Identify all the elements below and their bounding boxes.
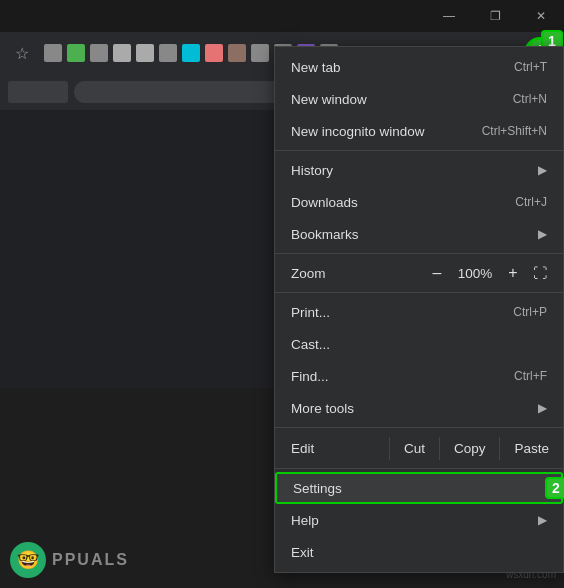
restore-button[interactable]: ❐ [472,0,518,32]
title-bar: — ❐ ✕ [0,0,564,32]
divider-4 [275,427,563,428]
find-shortcut: Ctrl+F [514,369,547,383]
copy-button[interactable]: Copy [439,437,500,460]
bookmark-dot-7[interactable] [182,44,200,62]
new-tab-label: New tab [291,60,514,75]
menu-item-find[interactable]: Find... Ctrl+F [275,360,563,392]
menu-item-incognito[interactable]: New incognito window Ctrl+Shift+N [275,115,563,147]
bookmark-dot-2[interactable] [67,44,85,62]
downloads-shortcut: Ctrl+J [515,195,547,209]
more-tools-label: More tools [291,401,530,416]
menu-item-more-tools[interactable]: More tools ▶ [275,392,563,424]
bookmark-dot-1[interactable] [44,44,62,62]
menu-item-help[interactable]: Help ▶ [275,504,563,536]
cut-button[interactable]: Cut [389,437,439,460]
zoom-percentage: 100% [455,266,495,281]
divider-1 [275,150,563,151]
more-tools-arrow-icon: ▶ [538,401,547,415]
bookmark-dot-8[interactable] [205,44,223,62]
zoom-label: Zoom [291,266,425,281]
edit-label: Edit [275,441,389,456]
divider-3 [275,292,563,293]
help-arrow-icon: ▶ [538,513,547,527]
menu-item-print[interactable]: Print... Ctrl+P [275,296,563,328]
bookmarks-arrow-icon: ▶ [538,227,547,241]
zoom-row: Zoom – 100% + ⛶ [275,257,563,289]
exit-label: Exit [291,545,547,560]
paste-button[interactable]: Paste [499,437,563,460]
edit-row: Edit Cut Copy Paste [275,431,563,465]
cast-label: Cast... [291,337,547,352]
menu-item-bookmarks[interactable]: Bookmarks ▶ [275,218,563,250]
logo-area: 🤓 PPUALS [10,542,129,578]
divider-5 [275,468,563,469]
history-label: History [291,163,530,178]
menu-item-downloads[interactable]: Downloads Ctrl+J [275,186,563,218]
minimize-button[interactable]: — [426,0,472,32]
history-arrow-icon: ▶ [538,163,547,177]
menu-item-new-tab[interactable]: New tab Ctrl+T [275,51,563,83]
zoom-plus-button[interactable]: + [501,261,525,285]
bookmark-dot-9[interactable] [228,44,246,62]
context-menu: New tab Ctrl+T New window Ctrl+N New inc… [274,46,564,573]
bookmarks-label: Bookmarks [291,227,530,242]
find-label: Find... [291,369,514,384]
bookmark-dot-10[interactable] [251,44,269,62]
menu-item-settings[interactable]: Settings 2 [275,472,563,504]
close-button[interactable]: ✕ [518,0,564,32]
new-window-shortcut: Ctrl+N [513,92,547,106]
incognito-shortcut: Ctrl+Shift+N [482,124,547,138]
star-icon[interactable]: ☆ [8,39,36,67]
new-tab-shortcut: Ctrl+T [514,60,547,74]
bookmark-dot-4[interactable] [113,44,131,62]
divider-2 [275,253,563,254]
bookmark-dot-6[interactable] [159,44,177,62]
badge-2: 2 [545,477,564,499]
menu-item-cast[interactable]: Cast... [275,328,563,360]
logo-icon: 🤓 [10,542,46,578]
menu-item-new-window[interactable]: New window Ctrl+N [275,83,563,115]
print-shortcut: Ctrl+P [513,305,547,319]
incognito-label: New incognito window [291,124,482,139]
menu-item-exit[interactable]: Exit [275,536,563,568]
zoom-minus-button[interactable]: – [425,261,449,285]
bookmark-dot-3[interactable] [90,44,108,62]
bookmark-dot-5[interactable] [136,44,154,62]
downloads-label: Downloads [291,195,515,210]
help-label: Help [291,513,530,528]
print-label: Print... [291,305,513,320]
logo-text: PPUALS [52,551,129,569]
new-window-label: New window [291,92,513,107]
settings-label: Settings [293,481,545,496]
menu-item-history[interactable]: History ▶ [275,154,563,186]
fullscreen-icon[interactable]: ⛶ [533,265,547,281]
tab-area[interactable] [8,81,68,103]
